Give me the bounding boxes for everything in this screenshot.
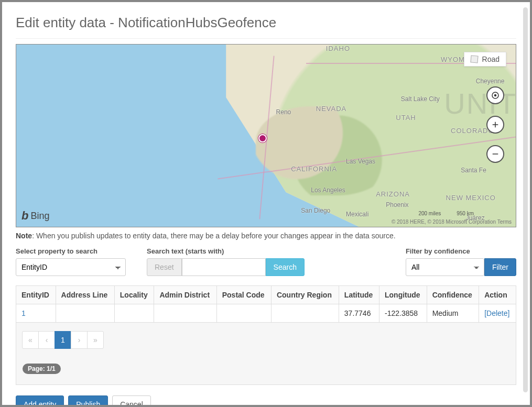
- col-action: Action: [479, 286, 516, 304]
- col-latitude: Latitude: [339, 286, 379, 304]
- page-last[interactable]: »: [87, 331, 104, 349]
- col-address: Address Line: [56, 286, 114, 304]
- page-next[interactable]: ›: [71, 331, 88, 349]
- map-type-selector[interactable]: Road: [464, 52, 506, 67]
- map-type-icon: [470, 55, 478, 63]
- map-type-label: Road: [482, 55, 500, 63]
- page-badge: Page: 1/1: [23, 364, 61, 374]
- faded-country-label: UNIT: [444, 86, 516, 120]
- minus-icon: [491, 149, 500, 159]
- city-label: Mexicali: [346, 211, 368, 218]
- cell-address: [56, 304, 114, 323]
- state-label: NEW MEXICO: [446, 194, 496, 202]
- search-text-label: Search text (starts with): [147, 247, 305, 255]
- select-property-label: Select property to search: [16, 247, 126, 255]
- city-label: Cheyenne: [476, 78, 505, 85]
- cell-conf: Medium: [427, 304, 479, 323]
- plus-icon: [491, 120, 500, 129]
- page-current[interactable]: 1: [55, 331, 71, 349]
- city-label: Reno: [276, 108, 291, 116]
- col-country: Country Region: [271, 286, 339, 304]
- filter-button[interactable]: Filter: [484, 258, 516, 276]
- col-district: Admin District: [154, 286, 216, 304]
- col-confidence: Confidence: [427, 286, 479, 304]
- delete-link[interactable]: [Delete]: [484, 309, 509, 317]
- search-input[interactable]: [182, 258, 266, 276]
- map-marker[interactable]: [258, 134, 267, 142]
- city-label: Salt Lake City: [401, 95, 440, 103]
- cell-locality: [114, 304, 154, 323]
- filter-label: Filter by confidence: [406, 247, 516, 255]
- col-postal: Postal Code: [216, 286, 271, 304]
- city-label: Phoenix: [386, 201, 408, 208]
- col-locality: Locality: [114, 286, 154, 304]
- col-longitude: Longitude: [379, 286, 427, 304]
- state-label: ARIZONA: [376, 190, 410, 198]
- entity-id-link[interactable]: 1: [21, 309, 26, 317]
- entity-table: EntityID Address Line Locality Admin Dis…: [16, 285, 516, 323]
- state-label: CALIFORNIA: [291, 165, 337, 173]
- city-label: San Diego: [301, 207, 330, 214]
- city-label: Las Vegas: [346, 158, 375, 165]
- col-entityid: EntityID: [16, 286, 56, 304]
- reset-button[interactable]: Reset: [147, 258, 182, 276]
- state-label: UTAH: [396, 114, 416, 122]
- pagination: « ‹ 1 › »: [23, 331, 509, 349]
- select-property-dropdown[interactable]: EntityID: [16, 258, 126, 276]
- page-prev[interactable]: ‹: [38, 331, 55, 349]
- cell-district: [154, 304, 216, 323]
- page-first[interactable]: «: [22, 331, 39, 349]
- locate-me-button[interactable]: [486, 86, 504, 104]
- publish-button[interactable]: Publish: [68, 395, 108, 405]
- cell-postal: [216, 304, 271, 323]
- svg-point-1: [494, 94, 497, 97]
- cell-lat: 37.7746: [339, 304, 379, 323]
- map-copyright: © 2018 HERE, © 2018 Microsoft Corporatio…: [392, 219, 512, 225]
- map-scale: 200 miles950 km: [418, 211, 474, 216]
- city-label: Los Angeles: [311, 186, 345, 194]
- map-panel[interactable]: IDAHO WYOMING NEVADA UTAH CALIFORNIA ARI…: [16, 44, 516, 227]
- filter-dropdown[interactable]: All: [406, 258, 484, 276]
- note-text: Note: When you publish updates to entity…: [16, 232, 516, 240]
- zoom-in-button[interactable]: [486, 116, 504, 134]
- zoom-out-button[interactable]: [486, 145, 504, 163]
- state-label: NEVADA: [316, 105, 347, 113]
- state-label: IDAHO: [326, 45, 350, 52]
- cell-country: [271, 304, 339, 323]
- search-button[interactable]: Search: [266, 258, 305, 276]
- city-label: Santa Fe: [461, 167, 486, 174]
- bing-logo: bBing: [21, 209, 49, 223]
- add-entity-button[interactable]: Add entity: [16, 395, 64, 405]
- target-icon: [491, 91, 500, 100]
- table-row: 1 37.7746 -122.3858 Medium [Delete]: [16, 304, 516, 323]
- page-title: Edit entity data - NotificationHubsGeofe…: [16, 15, 516, 31]
- cancel-button[interactable]: Cancel: [112, 395, 151, 405]
- cell-lon: -122.3858: [379, 304, 427, 323]
